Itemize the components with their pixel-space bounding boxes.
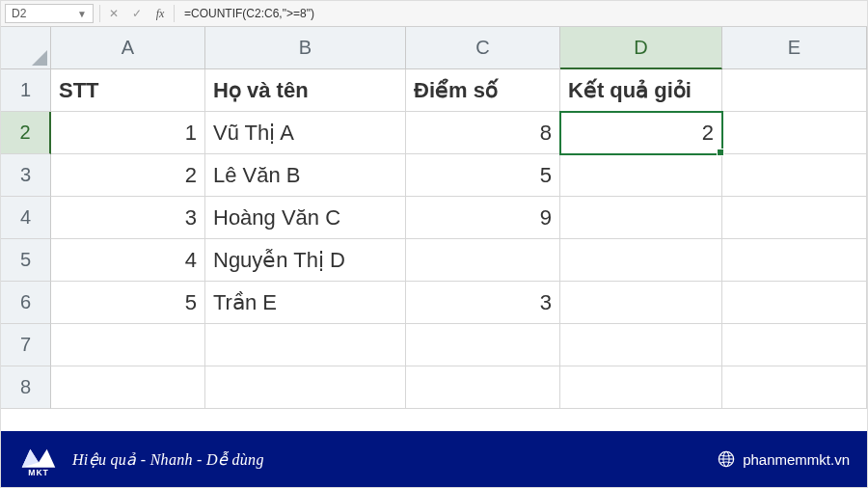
formula-input[interactable]: =COUNTIF(C2:C6,">=8") [176, 7, 867, 20]
cell-D2[interactable]: 2 [560, 112, 722, 154]
cell-C6[interactable]: 3 [406, 282, 560, 324]
cell-B6[interactable]: Trần E [205, 282, 406, 324]
col-header-A[interactable]: A [51, 27, 205, 69]
row-header-7[interactable]: 7 [1, 324, 51, 366]
cell-B1[interactable]: Họ và tên [205, 69, 406, 112]
cell-E4[interactable] [722, 197, 867, 239]
row-header-8[interactable]: 8 [1, 366, 51, 409]
cell-A4[interactable]: 3 [51, 197, 205, 239]
cell-B3[interactable]: Lê Văn B [205, 154, 406, 197]
cell-C2[interactable]: 8 [406, 112, 560, 154]
cell-D1[interactable]: Kết quả giỏi [560, 69, 722, 112]
cell-E6[interactable] [722, 282, 867, 324]
row-header-3[interactable]: 3 [1, 154, 51, 197]
cell-C7[interactable] [406, 324, 560, 366]
chevron-down-icon[interactable]: ▼ [77, 9, 87, 19]
cell-C5[interactable] [406, 239, 560, 282]
cell-E7[interactable] [722, 324, 867, 366]
cell-E1[interactable] [722, 69, 867, 112]
cell-C8[interactable] [406, 366, 560, 409]
row-header-6[interactable]: 6 [1, 282, 51, 324]
excel-window: D2 ▼ ✕ ✓ fx =COUNTIF(C2:C6,">=8") A B C … [0, 0, 868, 488]
cell-A2[interactable]: 1 [51, 112, 205, 154]
name-box-value: D2 [12, 7, 26, 20]
formula-bar: D2 ▼ ✕ ✓ fx =COUNTIF(C2:C6,">=8") [1, 1, 867, 27]
globe-icon [718, 450, 735, 468]
cell-C1[interactable]: Điểm số [406, 69, 560, 112]
cell-B4[interactable]: Hoàng Văn C [205, 197, 406, 239]
fx-icon[interactable]: fx [149, 7, 172, 21]
brand-site[interactable]: phanmemmkt.vn [718, 450, 850, 468]
confirm-icon[interactable]: ✓ [125, 7, 149, 20]
cell-A5[interactable]: 4 [51, 239, 205, 282]
cell-B5[interactable]: Nguyễn Thị D [205, 239, 406, 282]
cell-A6[interactable]: 5 [51, 282, 205, 324]
cell-A8[interactable] [51, 366, 205, 409]
cell-D7[interactable] [560, 324, 722, 366]
svg-text:MKT: MKT [28, 468, 48, 477]
brand-footer: MKT Hiệu quả - Nhanh - Dễ dùng phanmemmk… [1, 431, 867, 487]
cancel-icon[interactable]: ✕ [102, 7, 125, 20]
divider [174, 5, 175, 22]
divider [99, 5, 100, 22]
cell-E3[interactable] [722, 154, 867, 197]
brand-tagline: Hiệu quả - Nhanh - Dễ dùng [72, 450, 264, 469]
col-header-B[interactable]: B [205, 27, 406, 69]
cell-E8[interactable] [722, 366, 867, 409]
cell-D5[interactable] [560, 239, 722, 282]
select-all-corner[interactable] [1, 27, 51, 69]
col-header-D[interactable]: D [560, 27, 722, 69]
brand-site-label: phanmemmkt.vn [743, 451, 850, 468]
cell-B7[interactable] [205, 324, 406, 366]
cell-A7[interactable] [51, 324, 205, 366]
row-header-1[interactable]: 1 [1, 69, 51, 112]
col-header-E[interactable]: E [722, 27, 867, 69]
cell-D6[interactable] [560, 282, 722, 324]
cell-B8[interactable] [205, 366, 406, 409]
cell-C3[interactable]: 5 [406, 154, 560, 197]
cell-A3[interactable]: 2 [51, 154, 205, 197]
mkt-logo-icon: MKT [18, 441, 59, 477]
cell-D8[interactable] [560, 366, 722, 409]
row-header-4[interactable]: 4 [1, 197, 51, 239]
cell-D3[interactable] [560, 154, 722, 197]
name-box[interactable]: D2 ▼ [5, 4, 94, 23]
cell-A1[interactable]: STT [51, 69, 205, 112]
spreadsheet-grid[interactable]: A B C D E 1 STT Họ và tên Điểm số Kết qu… [1, 27, 867, 409]
brand-block: MKT Hiệu quả - Nhanh - Dễ dùng [18, 441, 264, 477]
cell-E5[interactable] [722, 239, 867, 282]
row-header-5[interactable]: 5 [1, 239, 51, 282]
cell-E2[interactable] [722, 112, 867, 154]
row-header-2[interactable]: 2 [1, 112, 51, 154]
col-header-C[interactable]: C [406, 27, 560, 69]
cell-D4[interactable] [560, 197, 722, 239]
cell-C4[interactable]: 9 [406, 197, 560, 239]
cell-B2[interactable]: Vũ Thị A [205, 112, 406, 154]
